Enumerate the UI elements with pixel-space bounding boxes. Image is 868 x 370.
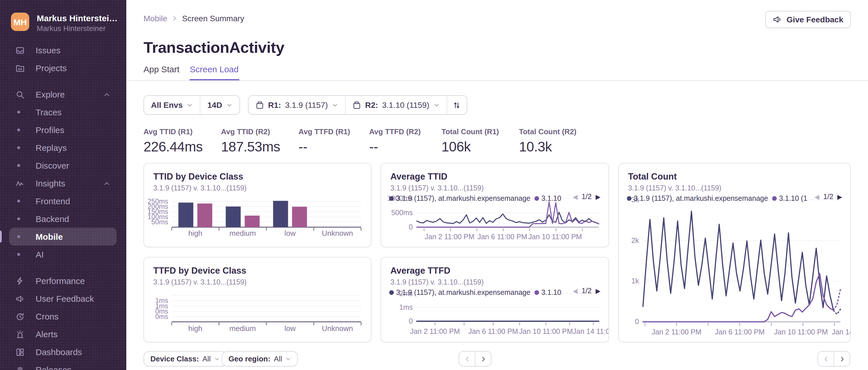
legend-dot-icon bbox=[389, 290, 394, 295]
pager-prev-button[interactable] bbox=[818, 351, 834, 366]
device-class-label: Device Class: bbox=[150, 355, 199, 363]
svg-text:1ms: 1ms bbox=[399, 303, 413, 311]
legend-series-label: 3.1.9 (1157), at.markushi.expensemanage bbox=[634, 195, 768, 202]
sidebar-item-label: Replays bbox=[36, 143, 103, 153]
svg-text:Jan 6 11:00 PM: Jan 6 11:00 PM bbox=[477, 233, 527, 241]
svg-text:Unknown: Unknown bbox=[322, 229, 353, 237]
svg-text:medium: medium bbox=[229, 324, 256, 333]
tab-app-start[interactable]: App Start bbox=[144, 64, 179, 81]
legend-next-icon[interactable]: ▶ bbox=[837, 194, 842, 200]
geo-region-value: All bbox=[274, 355, 282, 363]
main-content: Mobile Screen Summary Give Feedback Tran… bbox=[126, 0, 868, 370]
svg-text:0: 0 bbox=[409, 223, 413, 231]
sidebar-item-crons[interactable]: Crons bbox=[9, 307, 117, 325]
sidebar-item-label: Projects bbox=[36, 63, 103, 73]
sidebar-item-ai[interactable]: AI bbox=[9, 245, 117, 263]
sidebar-user-name[interactable]: Markus Hintersteiner bbox=[37, 13, 118, 23]
sidebar-nav: IssuesProjectsExploreTracesProfilesRepla… bbox=[9, 41, 117, 370]
sidebar-item-user-feedback[interactable]: User Feedback bbox=[9, 290, 117, 307]
svg-text:Unknown: Unknown bbox=[322, 324, 353, 333]
sidebar-nav-group: IssuesProjects bbox=[9, 41, 117, 77]
sidebar-item-explore[interactable]: Explore bbox=[9, 86, 117, 103]
environment-filter[interactable]: All Envs bbox=[144, 96, 200, 114]
card-subtitle: 3.1.9 (1157) v. 3.1.10...(1159) bbox=[391, 278, 484, 286]
stat-label: Total Count (R1) bbox=[441, 127, 519, 136]
sidebar-item-label: Traces bbox=[36, 107, 103, 117]
sidebar-item-profiles[interactable]: Profiles bbox=[9, 121, 117, 139]
stat-label: Avg TTFD (R1) bbox=[299, 127, 369, 136]
sidebar-item-performance[interactable]: Performance bbox=[9, 272, 117, 290]
avatar[interactable]: MH bbox=[11, 12, 29, 31]
svg-text:low: low bbox=[284, 229, 296, 237]
chevron-down-icon bbox=[332, 102, 338, 108]
legend-dot-icon bbox=[772, 196, 777, 201]
sidebar-item-projects[interactable]: Projects bbox=[9, 59, 117, 77]
card-title: TTID by Device Class bbox=[153, 171, 243, 182]
give-feedback-button[interactable]: Give Feedback bbox=[765, 11, 851, 28]
legend-prev-icon[interactable]: ◀ bbox=[814, 194, 819, 200]
sidebar-item-frontend[interactable]: Frontend bbox=[9, 192, 117, 210]
tab-screen-load[interactable]: Screen Load bbox=[190, 64, 239, 81]
bullet-icon bbox=[17, 164, 20, 167]
legend-series-label: 3.1.10 bbox=[541, 195, 561, 202]
bullet-icon bbox=[17, 200, 20, 202]
stat-label: Avg TTID (R1) bbox=[144, 127, 221, 136]
sidebar-item-dashboards[interactable]: Dashboards bbox=[9, 343, 117, 361]
svg-text:Jan 2 11:00 PM: Jan 2 11:00 PM bbox=[652, 328, 701, 336]
crons-icon bbox=[16, 312, 25, 321]
legend-page-indicator: 1/2 bbox=[823, 193, 833, 201]
legend-page-indicator: 1/2 bbox=[582, 287, 592, 295]
sidebar-item-label: Issues bbox=[36, 45, 103, 55]
bullet-icon bbox=[17, 111, 20, 113]
legend-prev-icon[interactable]: ◀ bbox=[572, 194, 578, 200]
legend-dot-icon bbox=[389, 196, 394, 201]
stat-value: -- bbox=[299, 139, 369, 155]
legend-pager: ◀1/2▶ bbox=[814, 193, 842, 201]
stat-label: Avg TTFD (R2) bbox=[369, 127, 441, 136]
stat-value: 226.44ms bbox=[144, 139, 221, 155]
chart-legend: 3.1.9 (1157), at.markushi.expensemanage3… bbox=[627, 194, 809, 203]
pager-prev-button[interactable] bbox=[459, 351, 475, 366]
bullet-icon bbox=[17, 146, 20, 149]
sidebar-item-label: Releases bbox=[36, 365, 103, 370]
device-class-value: All bbox=[203, 355, 211, 363]
sidebar-item-discover[interactable]: Discover bbox=[9, 157, 117, 174]
insights-icon bbox=[16, 179, 25, 188]
chevron-down-icon bbox=[214, 356, 220, 362]
sidebar-item-traces[interactable]: Traces bbox=[9, 103, 117, 121]
sidebar-item-label: Discover bbox=[36, 161, 103, 170]
sidebar-item-label: Performance bbox=[36, 276, 103, 286]
chevron-up-icon bbox=[103, 179, 111, 187]
megaphone-icon bbox=[16, 294, 25, 303]
environment-filter-value: All Envs bbox=[151, 100, 183, 109]
sidebar-item-replays[interactable]: Replays bbox=[9, 139, 117, 157]
stat-label: Total Count (R2) bbox=[519, 127, 605, 136]
stat-value: 106k bbox=[441, 139, 519, 155]
sidebar-item-insights[interactable]: Insights bbox=[9, 174, 117, 192]
legend-next-icon[interactable]: ▶ bbox=[596, 288, 600, 294]
legend-prev-icon[interactable]: ◀ bbox=[572, 288, 578, 294]
releases-icon bbox=[16, 365, 25, 370]
sidebar-item-alerts[interactable]: Alerts bbox=[9, 325, 117, 343]
sidebar-item-mobile[interactable]: Mobile bbox=[9, 228, 117, 245]
sidebar-item-backend[interactable]: Backend bbox=[9, 210, 117, 228]
swap-releases-button[interactable] bbox=[447, 96, 467, 114]
date-range-filter[interactable]: 14D bbox=[200, 96, 239, 114]
pager-next-button[interactable] bbox=[475, 351, 491, 366]
legend-next-icon[interactable]: ▶ bbox=[596, 194, 600, 200]
geo-region-filter[interactable]: Geo region: All bbox=[222, 351, 298, 367]
legend-pager: ◀1/2▶ bbox=[572, 287, 600, 295]
release-r2-selector[interactable]: R2: 3.1.10 (1159) bbox=[346, 96, 446, 114]
card-ttfd-by-device-class: TTFD by Device Class 3.1.9 (1157) v. 3.1… bbox=[144, 257, 371, 342]
search-icon bbox=[16, 90, 25, 99]
breadcrumb-mobile-link[interactable]: Mobile bbox=[144, 14, 167, 23]
stat-total-count-r2-: Total Count (R2)10.3k bbox=[519, 127, 605, 155]
device-class-filter[interactable]: Device Class: All bbox=[144, 351, 227, 367]
svg-text:Jan 10 11:00 PM: Jan 10 11:00 PM bbox=[528, 233, 582, 241]
card-average-ttid: Average TTID 3.1.9 (1157) v. 3.1.10...(1… bbox=[381, 163, 609, 247]
pager-next-button[interactable] bbox=[834, 351, 849, 366]
page-filter-group: All Envs 14D bbox=[144, 95, 240, 115]
sidebar-item-releases[interactable]: Releases bbox=[9, 361, 117, 370]
release-r1-selector[interactable]: R1: 3.1.9 (1157) bbox=[249, 96, 345, 114]
sidebar-item-issues[interactable]: Issues bbox=[9, 41, 117, 59]
